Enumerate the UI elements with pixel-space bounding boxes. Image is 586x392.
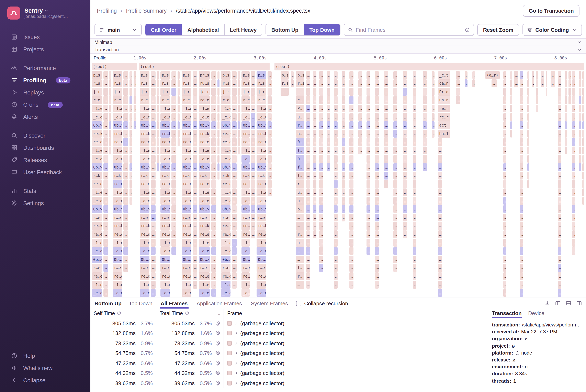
flame-cell[interactable]: … xyxy=(268,113,271,121)
flame-cell[interactable]: … xyxy=(232,222,236,230)
flame-cell[interactable]: _e…e xyxy=(140,247,150,255)
flame-cell[interactable]: … xyxy=(519,104,523,112)
flame-cell[interactable]: … xyxy=(212,272,216,280)
flame-cell[interactable]: … xyxy=(319,214,323,222)
flame-cell[interactable]: … xyxy=(334,138,338,146)
flame-cell[interactable]: … xyxy=(503,214,506,222)
flame-cell[interactable]: … xyxy=(550,80,555,87)
flame-cell[interactable]: … xyxy=(519,71,523,79)
flame-cell[interactable]: … xyxy=(394,264,397,272)
flame-cell[interactable]: … xyxy=(350,264,353,272)
flame-cell[interactable]: … xyxy=(319,71,323,79)
flame-cell[interactable]: … xyxy=(394,88,397,96)
flame-cell[interactable] xyxy=(582,197,584,204)
flame-cell[interactable]: … xyxy=(212,205,216,213)
flame-cell[interactable]: r…e xyxy=(221,96,231,104)
flame-cell[interactable]: … xyxy=(503,230,506,238)
flame-cell[interactable]: r…k xyxy=(199,172,210,180)
flame-cell[interactable]: … xyxy=(193,172,197,180)
flame-cell[interactable]: … xyxy=(423,71,427,79)
flame-cell[interactable]: … xyxy=(334,272,338,280)
flame-cell[interactable]: … xyxy=(232,80,236,87)
flame-cell[interactable]: … xyxy=(334,180,338,188)
flame-cell[interactable] xyxy=(157,96,159,104)
flame-cell[interactable]: re…k xyxy=(161,222,170,230)
flame-cell[interactable]: … xyxy=(519,214,523,222)
flame-cell[interactable]: _e…e xyxy=(221,113,231,121)
flame-cell[interactable]: _1…e xyxy=(257,104,266,112)
flame-cell[interactable]: … xyxy=(503,146,506,154)
flame-cell[interactable]: r…k xyxy=(242,172,250,180)
flame-cell[interactable]: … xyxy=(232,214,236,222)
flame-cell[interactable]: … xyxy=(193,130,197,138)
flame-cell[interactable]: re…e xyxy=(199,180,210,188)
flame-cell[interactable]: … xyxy=(306,121,310,129)
flame-cell[interactable]: … xyxy=(342,155,345,162)
flame-cell[interactable]: … xyxy=(558,205,561,213)
flame-cell[interactable]: 0b…> xyxy=(199,163,210,171)
flame-cell[interactable]: _e…e xyxy=(161,155,170,162)
reset-zoom-button[interactable]: Reset Zoom xyxy=(477,24,519,36)
flame-cell[interactable] xyxy=(238,96,240,104)
flame-cell[interactable]: _1…e xyxy=(199,146,210,154)
flame-cell[interactable]: … xyxy=(151,172,156,180)
flame-cell[interactable]: r…e xyxy=(182,214,192,222)
flame-cell[interactable]: _e…e xyxy=(221,247,231,255)
flame-cell[interactable]: … xyxy=(366,239,370,246)
flame-cell[interactable]: … xyxy=(558,180,561,188)
flame-cell[interactable]: re…e xyxy=(92,180,102,188)
flame-cell[interactable] xyxy=(536,104,538,112)
sort-option-call-order[interactable]: Call Order xyxy=(146,24,182,36)
flame-cell[interactable]: … xyxy=(124,96,128,104)
flame-cell[interactable]: _e…e xyxy=(113,247,122,255)
flame-cell[interactable]: … xyxy=(212,113,216,121)
flame-cell[interactable]: … xyxy=(384,88,388,96)
flame-cell[interactable]: … xyxy=(306,222,310,230)
flame-cell[interactable] xyxy=(527,80,529,87)
flame-cell[interactable]: 0b…> xyxy=(257,163,266,171)
flame-cell[interactable]: … xyxy=(103,256,108,263)
flame-cell[interactable]: … xyxy=(366,96,370,104)
flame-cell[interactable] xyxy=(579,155,581,162)
flame-cell[interactable] xyxy=(527,71,529,79)
flame-cell[interactable]: … xyxy=(251,113,255,121)
flame-cell[interactable]: re…e xyxy=(199,272,210,280)
flame-cell[interactable]: … xyxy=(334,113,338,121)
sidebar-item-releases[interactable]: Releases xyxy=(0,154,90,166)
flame-cell[interactable]: _e…e xyxy=(182,113,192,121)
flame-cell[interactable]: _e…e xyxy=(140,155,150,162)
flame-cell[interactable]: p…s xyxy=(182,71,192,79)
flame-cell[interactable]: … xyxy=(103,230,108,238)
flame-cell[interactable]: _e…e xyxy=(199,289,210,297)
flame-cell[interactable]: … xyxy=(334,214,338,222)
flame-cell[interactable]: … xyxy=(103,264,108,272)
flame-cell[interactable]: _1…e xyxy=(257,281,266,288)
flame-cell[interactable]: … xyxy=(384,163,388,171)
flame-cell[interactable]: … xyxy=(151,230,156,238)
dock-left-icon[interactable] xyxy=(555,300,561,306)
sort-descending-icon[interactable]: ↓ xyxy=(218,310,220,316)
flame-cell[interactable]: … xyxy=(103,96,108,104)
flame-cell[interactable]: … xyxy=(251,205,255,213)
flame-cell[interactable]: … xyxy=(171,163,176,171)
flame-cell[interactable]: … xyxy=(503,239,506,246)
flame-cell[interactable]: … xyxy=(413,272,416,280)
flame-cell[interactable]: _e…e xyxy=(161,247,170,255)
flame-cell[interactable]: … xyxy=(313,163,316,171)
flame-cell[interactable]: … xyxy=(403,155,407,162)
flame-cell[interactable]: … xyxy=(193,239,197,246)
flame-cell[interactable]: … xyxy=(350,239,353,246)
flame-cell[interactable]: … xyxy=(519,80,523,87)
flame-cell[interactable] xyxy=(217,130,220,138)
flame-cell[interactable]: p…s xyxy=(221,71,231,79)
flame-cell[interactable]: … xyxy=(232,197,236,204)
flame-cell[interactable]: … xyxy=(130,88,132,96)
flame-cell[interactable]: … xyxy=(319,96,323,104)
flame-cell[interactable]: … xyxy=(394,155,397,162)
flame-cell[interactable]: … xyxy=(103,205,108,213)
flame-cell[interactable]: _1…e xyxy=(242,239,250,246)
flame-cell[interactable]: … xyxy=(350,146,353,154)
flame-cell[interactable]: re…e xyxy=(199,138,210,146)
sidebar-item-replays[interactable]: Replays xyxy=(0,86,90,98)
flame-cell[interactable]: … xyxy=(212,188,216,196)
